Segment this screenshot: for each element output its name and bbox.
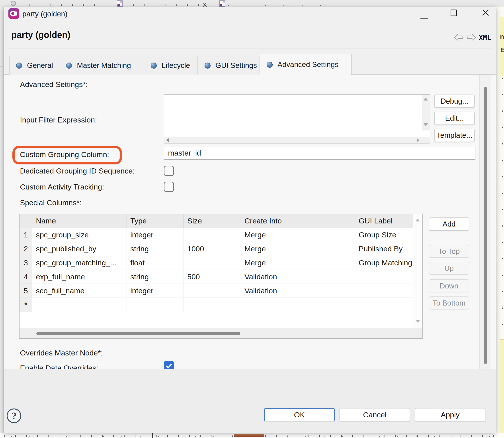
row-number-cell[interactable]: 3 xyxy=(20,256,32,270)
tab-sphere-icon xyxy=(66,63,72,69)
tab-sphere-icon xyxy=(151,63,157,69)
cell-gui-label[interactable] xyxy=(355,270,413,284)
minimize-button[interactable] xyxy=(420,18,428,19)
row-number-cell[interactable]: * xyxy=(20,298,32,312)
textarea-horizontal-scrollbar[interactable] xyxy=(164,137,430,143)
cell-size[interactable] xyxy=(184,298,241,312)
up-button[interactable]: Up xyxy=(429,262,469,275)
cell-create-into[interactable]: Merge xyxy=(241,228,355,242)
tab-bar: General Master Matching Lifecycle GUI Se… xyxy=(4,54,496,75)
advanced-settings-label: Advanced Settings*: xyxy=(20,80,88,89)
down-button[interactable]: Down xyxy=(429,279,469,292)
row-number-cell[interactable]: 4 xyxy=(20,270,32,284)
custom-activity-checkbox[interactable] xyxy=(164,182,174,192)
cell-name[interactable]: spc_published_by xyxy=(32,242,127,256)
column-header-gui-label[interactable]: GUI Label xyxy=(355,214,413,228)
cell-size[interactable]: 500 xyxy=(184,270,241,284)
table-h-scroll-thumb[interactable] xyxy=(36,332,240,335)
cell-type[interactable]: float xyxy=(127,256,184,270)
table-row: 3 spc_group_matching_... float Merge Gro… xyxy=(20,256,413,270)
cell-size[interactable]: 1000 xyxy=(184,242,241,256)
close-button[interactable] xyxy=(482,9,489,16)
tab-general[interactable]: General xyxy=(9,56,59,75)
xml-toggle[interactable]: XML xyxy=(479,33,491,42)
cell-name[interactable]: spc_group_matching_... xyxy=(32,256,127,270)
tab-gui-settings[interactable]: GUI Settings xyxy=(198,56,260,75)
to-top-button[interactable]: To Top xyxy=(429,245,469,258)
row-number-cell[interactable]: 2 xyxy=(20,242,32,256)
cell-gui-label[interactable]: Published By xyxy=(355,242,413,256)
background-tooltip-bullets xyxy=(502,78,503,335)
dialog-footer: ? OK Cancel Apply xyxy=(4,369,496,433)
scroll-left-icon[interactable] xyxy=(166,138,169,142)
column-header-create-into[interactable]: Create Into xyxy=(241,214,355,228)
tab-sphere-icon xyxy=(16,63,22,69)
forward-arrow-icon[interactable] xyxy=(466,33,476,42)
row-number-cell[interactable]: 5 xyxy=(20,284,32,298)
window-title: party (golden) xyxy=(22,10,68,18)
cell-size[interactable] xyxy=(184,284,241,298)
scroll-up-icon[interactable] xyxy=(424,98,428,100)
background-text-ticks xyxy=(228,5,324,6)
table-row: 5 sco_full_name integer Validation xyxy=(20,284,413,298)
to-bottom-button[interactable]: To Bottom xyxy=(429,296,469,309)
dialog-scroll-thumb[interactable] xyxy=(484,87,487,364)
template-button[interactable]: Template... xyxy=(434,129,475,142)
page-title: party (golden) xyxy=(11,30,71,40)
cell-size[interactable] xyxy=(184,256,241,270)
cell-type[interactable]: string xyxy=(127,270,184,284)
cell-name[interactable]: spc_group_size xyxy=(32,228,127,242)
cell-type[interactable]: integer xyxy=(127,228,184,242)
tab-lifecycle[interactable]: Lifecycle xyxy=(144,56,198,75)
dedicated-grouping-checkbox[interactable] xyxy=(164,166,174,176)
edit-button[interactable]: Edit... xyxy=(434,112,475,125)
tab-label: GUI Settings xyxy=(215,61,257,70)
cell-create-into[interactable] xyxy=(241,298,355,312)
debug-button[interactable]: Debug... xyxy=(434,95,475,108)
cell-create-into[interactable]: Merge xyxy=(241,256,355,270)
cell-gui-label[interactable]: Group Size xyxy=(355,228,413,242)
scroll-down-icon[interactable] xyxy=(424,123,428,126)
special-columns-label: Special Columns*: xyxy=(20,198,82,207)
enable-overrides-checkbox[interactable] xyxy=(164,361,174,369)
cancel-button[interactable]: Cancel xyxy=(340,408,410,421)
scroll-up-icon[interactable] xyxy=(416,219,420,221)
custom-grouping-input[interactable] xyxy=(164,147,475,160)
background-text-ticks xyxy=(133,4,200,6)
add-button[interactable]: Add xyxy=(429,218,469,231)
maximize-button[interactable] xyxy=(451,10,457,16)
cell-create-into[interactable]: Validation xyxy=(241,270,355,284)
background-right-strip: ns E xyxy=(496,7,504,433)
cell-gui-label[interactable] xyxy=(355,298,413,312)
cell-type[interactable] xyxy=(127,298,184,312)
cell-name[interactable]: sco_full_name xyxy=(32,284,127,298)
cell-size[interactable] xyxy=(184,228,241,242)
cell-type[interactable]: integer xyxy=(127,284,184,298)
background-file-icon xyxy=(117,0,123,7)
column-header-name[interactable]: Name xyxy=(32,214,127,228)
cell-create-into[interactable]: Validation xyxy=(241,284,355,298)
cell-gui-label[interactable] xyxy=(355,284,413,298)
help-button[interactable]: ? xyxy=(7,408,21,423)
column-header-type[interactable]: Type xyxy=(127,214,184,228)
cell-type[interactable]: string xyxy=(127,242,184,256)
input-filter-textarea[interactable] xyxy=(164,94,430,144)
tab-advanced-settings[interactable]: Advanced Settings xyxy=(260,54,352,75)
cell-name[interactable]: exp_full_name xyxy=(32,270,127,284)
cell-create-into[interactable]: Merge xyxy=(241,242,355,256)
tab-master-matching[interactable]: Master Matching xyxy=(59,56,144,75)
cell-gui-label[interactable]: Group Matching xyxy=(355,256,413,270)
scroll-down-icon[interactable] xyxy=(416,320,420,323)
row-number-cell[interactable]: 1 xyxy=(20,228,32,242)
table-h-scroll-track[interactable] xyxy=(20,328,423,339)
textarea-vertical-scrollbar[interactable] xyxy=(422,95,430,131)
table-vertical-scrollbar[interactable] xyxy=(413,214,423,328)
scroll-right-icon[interactable] xyxy=(417,138,420,142)
column-header-size[interactable]: Size xyxy=(184,214,241,228)
background-tooltip-text: E xyxy=(501,46,504,54)
ok-button[interactable]: OK xyxy=(264,408,335,421)
back-arrow-icon[interactable] xyxy=(453,33,464,42)
apply-button[interactable]: Apply xyxy=(415,408,485,421)
cell-name[interactable] xyxy=(32,298,127,312)
screen: ns E party (golden) party (golden) xyxy=(0,0,504,438)
